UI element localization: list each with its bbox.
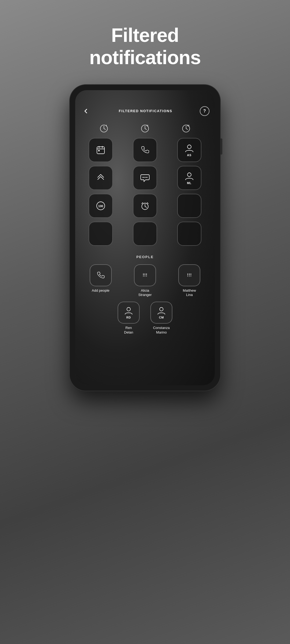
icon-cell-contact-ml: ML [169, 166, 209, 190]
svg-point-18 [143, 177, 144, 178]
icon-cell-chat [125, 166, 165, 190]
icon-score[interactable]: 100 [89, 194, 113, 218]
icon-empty-1[interactable] [177, 194, 201, 218]
icon-phone[interactable] [133, 138, 157, 162]
svg-line-2 [104, 129, 106, 130]
person-constanza-marino[interactable]: CM ConstanzaMarino [150, 302, 172, 335]
urgency-row: ! !! !!! [75, 120, 215, 135]
matthew-avatar: !!! [178, 264, 200, 286]
person-matthew-lina[interactable]: !!! MatthewLina [169, 264, 209, 298]
svg-point-30 [160, 308, 163, 311]
screen-title: FILTERED NOTIFICATIONS [119, 109, 172, 113]
add-people-avatar [90, 264, 112, 286]
icon-grid: AS [75, 135, 215, 248]
ren-name: RenDelan [124, 326, 133, 335]
icon-cell-phone [125, 138, 165, 162]
person-alicia-stranger[interactable]: !!! AliciaStranger [125, 264, 165, 298]
phone-mockup: FILTERED NOTIFICATIONS ? ! [70, 85, 220, 391]
icon-empty-2[interactable] [89, 222, 113, 246]
icon-alarm[interactable] [133, 194, 157, 218]
svg-point-21 [187, 173, 191, 177]
svg-point-17 [187, 145, 191, 149]
svg-text:!: ! [106, 124, 107, 127]
icon-cell-empty3 [125, 222, 165, 246]
svg-line-27 [142, 203, 143, 204]
alicia-avatar: !!! [134, 264, 156, 286]
svg-rect-12 [97, 147, 104, 154]
icon-cell-empty4 [169, 222, 209, 246]
people-row-2: RD RenDelan CM [81, 302, 209, 335]
icon-cell-alarm [125, 194, 165, 218]
icon-cell-chevrons [81, 166, 121, 190]
svg-point-20 [146, 177, 147, 178]
svg-line-28 [147, 203, 148, 204]
icon-chat[interactable] [133, 166, 157, 190]
person-add-people[interactable]: Add people [81, 264, 121, 298]
icon-cell-calendar [81, 138, 121, 162]
add-people-label: Add people [92, 288, 110, 293]
constanza-name: ConstanzaMarino [153, 326, 170, 335]
svg-point-19 [144, 177, 146, 178]
alicia-name: AliciaStranger [138, 288, 152, 298]
svg-line-10 [186, 129, 188, 130]
constanza-avatar: CM [150, 302, 172, 324]
icon-contact-as[interactable]: AS [177, 138, 201, 162]
help-button[interactable]: ? [200, 106, 209, 116]
icon-cell-empty2 [81, 222, 121, 246]
icon-contact-ml[interactable]: ML [177, 166, 201, 190]
back-button[interactable] [81, 106, 91, 116]
icon-empty-4[interactable] [177, 222, 201, 246]
icon-cell-contact-as: AS [169, 138, 209, 162]
people-row-1: Add people !!! AliciaStranger !!! Matthe… [81, 264, 209, 298]
urgency-high[interactable]: !!! [180, 123, 192, 134]
svg-point-29 [127, 308, 130, 311]
icon-calendar[interactable] [89, 138, 113, 162]
people-section-title: PEOPLE [81, 255, 209, 259]
ren-avatar: RD [118, 302, 140, 324]
svg-text:!!!: !!! [187, 124, 190, 127]
urgency-low[interactable]: ! [98, 123, 110, 134]
svg-rect-16 [98, 150, 100, 151]
urgency-medium[interactable]: !! [139, 123, 151, 134]
matthew-name: MatthewLina [183, 288, 196, 298]
contact-as-label: AS [187, 153, 191, 157]
screen-header: FILTERED NOTIFICATIONS ? [75, 102, 215, 120]
svg-line-6 [145, 129, 147, 130]
icon-cell-empty1 [169, 194, 209, 218]
contact-ml-label: ML [187, 181, 191, 185]
svg-text:!!: !! [147, 124, 148, 127]
icon-chevrons[interactable] [89, 166, 113, 190]
svg-text:100: 100 [98, 204, 103, 208]
people-section: PEOPLE Add people !!! [75, 248, 215, 341]
person-ren-delan[interactable]: RD RenDelan [118, 302, 140, 335]
page-title: Filtered notifications [89, 24, 201, 69]
icon-empty-3[interactable] [133, 222, 157, 246]
icon-cell-score: 100 [81, 194, 121, 218]
svg-line-26 [145, 206, 147, 207]
